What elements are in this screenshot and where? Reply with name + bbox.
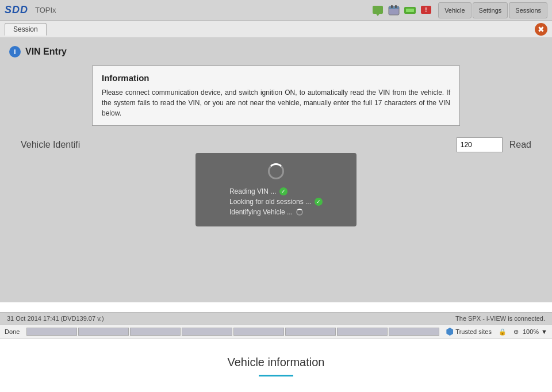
top-bar-right: ! Vehicle Settings Sessions: [371, 2, 547, 18]
svg-text:!: !: [425, 7, 427, 13]
step-2-check: ✓: [315, 198, 323, 206]
nav-bar: Session ✖: [0, 21, 552, 38]
calendar-icon: [388, 5, 400, 16]
browser-bar: Done Trusted sites 🔒 ⊕ 100% ▼: [0, 324, 552, 339]
caption-text: Vehicle information: [228, 356, 325, 369]
svg-rect-4: [391, 5, 393, 8]
prog-seg-1: [26, 328, 77, 336]
sessions-button[interactable]: Sessions: [509, 2, 547, 18]
sdd-logo: SDD: [5, 4, 28, 16]
vin-input[interactable]: [457, 137, 503, 152]
prog-seg-4: [182, 328, 232, 336]
separator: 🔒: [499, 328, 507, 336]
refresh-button[interactable]: ✖: [535, 23, 547, 36]
trusted-sites-area: Trusted sites: [446, 328, 492, 336]
status-right: The SPX - i-VIEW is connected.: [455, 315, 545, 322]
loading-spinner: [268, 163, 284, 179]
step-1-check: ✓: [279, 187, 288, 195]
vin-entry-header: i VIN Entry: [9, 46, 543, 57]
step-3-spinner: [296, 209, 303, 216]
read-button[interactable]: Read: [509, 140, 531, 150]
prog-seg-3: [130, 328, 181, 336]
trusted-label: Trusted sites: [455, 328, 492, 335]
topix-label: TOPIx: [35, 6, 56, 14]
brush-icon: [371, 5, 384, 16]
vehicle-id-row: Vehicle Identifi Read: [9, 137, 543, 152]
svg-rect-7: [406, 9, 414, 12]
status-left: 31 Oct 2014 17:41 (DVD139.07 v.): [7, 315, 104, 322]
main-content: i VIN Entry Information Please connect c…: [0, 38, 552, 302]
top-bar-left: SDD TOPIx: [5, 4, 56, 16]
vehicle-id-label: Vehicle Identifi: [21, 140, 450, 150]
zoom-label: ⊕: [513, 328, 520, 336]
step-2-text: Looking for old sessions ...: [229, 198, 311, 206]
prog-seg-8: [389, 328, 439, 336]
vin-entry-title: VIN Entry: [25, 47, 67, 57]
caption-area: Vehicle information: [0, 340, 552, 392]
step-1-text: Reading VIN ...: [229, 187, 276, 195]
browser-progress: [26, 328, 439, 336]
loading-overlay: Reading VIN ... ✓ Looking for old sessio…: [195, 153, 356, 226]
svg-rect-5: [395, 5, 397, 8]
step-3-text: Identifying Vehicle ...: [229, 208, 293, 216]
status-bar: 31 Oct 2014 17:41 (DVD139.07 v.) The SPX…: [0, 312, 552, 324]
loading-step-1: Reading VIN ... ✓: [229, 187, 323, 195]
alert-icon: !: [420, 5, 432, 16]
prog-seg-6: [285, 328, 336, 336]
settings-button[interactable]: Settings: [473, 2, 508, 18]
prog-seg-7: [337, 328, 388, 336]
vehicle-icon-top: [404, 5, 416, 16]
vehicle-button[interactable]: Vehicle: [438, 2, 471, 18]
zoom-value: 100%: [523, 328, 539, 335]
svg-rect-3: [389, 6, 399, 9]
information-box: Information Please connect communication…: [92, 66, 460, 126]
loading-step-3: Identifying Vehicle ...: [229, 208, 323, 216]
loading-steps: Reading VIN ... ✓ Looking for old sessio…: [229, 187, 323, 216]
info-icon: i: [9, 46, 21, 57]
info-box-title: Information: [102, 73, 450, 83]
loading-step-2: Looking for old sessions ... ✓: [229, 198, 323, 206]
prog-seg-5: [233, 328, 284, 336]
session-tab[interactable]: Session: [5, 23, 47, 36]
caption-underline: [259, 375, 293, 376]
shield-icon: [446, 328, 453, 336]
top-bar: SDD TOPIx ! Vehicle Settings Sessions: [0, 0, 552, 21]
browser-done-label: Done: [5, 328, 20, 335]
svg-marker-1: [376, 14, 379, 16]
prog-seg-2: [78, 328, 129, 336]
zoom-dropdown[interactable]: ▼: [541, 328, 547, 335]
svg-rect-0: [373, 6, 383, 14]
info-box-text: Please connect communication device, and…: [102, 87, 450, 118]
